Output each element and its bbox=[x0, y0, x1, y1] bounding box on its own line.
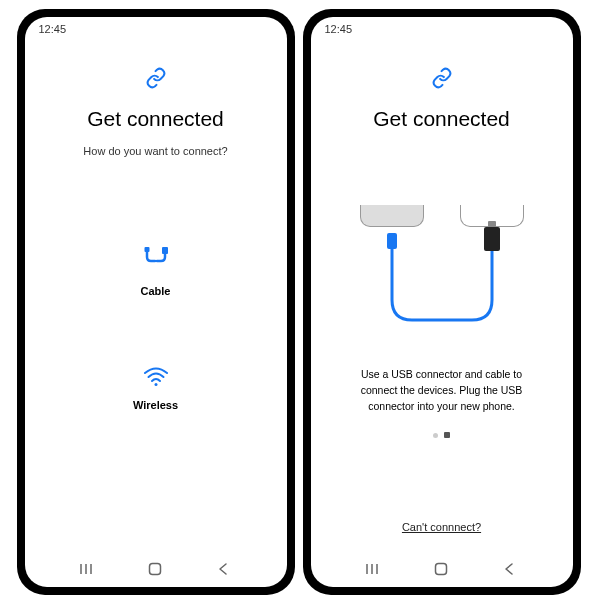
svg-rect-0 bbox=[144, 247, 149, 252]
cable-label: Cable bbox=[141, 285, 171, 297]
page-dot-1[interactable] bbox=[433, 433, 438, 438]
nav-recents-button[interactable] bbox=[354, 559, 394, 579]
svg-rect-11 bbox=[436, 564, 447, 575]
cable-illustration bbox=[352, 205, 532, 345]
screen-left: 12:45 Get connected How do you want to c… bbox=[25, 17, 287, 587]
status-time: 12:45 bbox=[325, 23, 353, 35]
phone-frame-left: 12:45 Get connected How do you want to c… bbox=[17, 9, 295, 595]
wireless-label: Wireless bbox=[133, 399, 178, 411]
old-device-icon bbox=[360, 205, 424, 227]
page-title: Get connected bbox=[373, 107, 510, 131]
nav-home-button[interactable] bbox=[421, 559, 461, 579]
svg-rect-7 bbox=[150, 564, 161, 575]
nav-back-button[interactable] bbox=[203, 559, 243, 579]
link-icon bbox=[431, 67, 453, 93]
nav-bar bbox=[311, 551, 573, 587]
link-icon bbox=[145, 67, 167, 93]
instruction-text: Use a USB connector and cable to connect… bbox=[331, 367, 553, 414]
wifi-icon bbox=[143, 367, 169, 391]
screen1-content: Get connected How do you want to connect… bbox=[25, 37, 287, 551]
nav-back-button[interactable] bbox=[489, 559, 529, 579]
cant-connect-link[interactable]: Can't connnect? bbox=[402, 521, 481, 533]
page-indicator bbox=[433, 432, 450, 438]
page-dot-2[interactable] bbox=[444, 432, 450, 438]
nav-bar bbox=[25, 551, 287, 587]
svg-rect-2 bbox=[163, 247, 166, 248]
nav-home-button[interactable] bbox=[135, 559, 175, 579]
cable-option[interactable]: Cable bbox=[141, 247, 171, 297]
page-title: Get connected bbox=[87, 107, 224, 131]
phone-frame-right: 12:45 Get connected Use a USB connector … bbox=[303, 9, 581, 595]
connection-options: Cable Wireless bbox=[133, 247, 178, 411]
status-bar: 12:45 bbox=[311, 17, 573, 37]
page-subtitle: How do you want to connect? bbox=[83, 145, 227, 157]
svg-point-3 bbox=[154, 383, 157, 386]
status-bar: 12:45 bbox=[25, 17, 287, 37]
wireless-option[interactable]: Wireless bbox=[133, 367, 178, 411]
cable-path-icon bbox=[352, 245, 532, 345]
screen-right: 12:45 Get connected Use a USB connector … bbox=[311, 17, 573, 587]
status-time: 12:45 bbox=[39, 23, 67, 35]
svg-rect-1 bbox=[162, 247, 168, 254]
cable-icon bbox=[141, 247, 171, 277]
nav-recents-button[interactable] bbox=[68, 559, 108, 579]
screen2-content: Get connected Use a USB connector and ca… bbox=[311, 37, 573, 551]
